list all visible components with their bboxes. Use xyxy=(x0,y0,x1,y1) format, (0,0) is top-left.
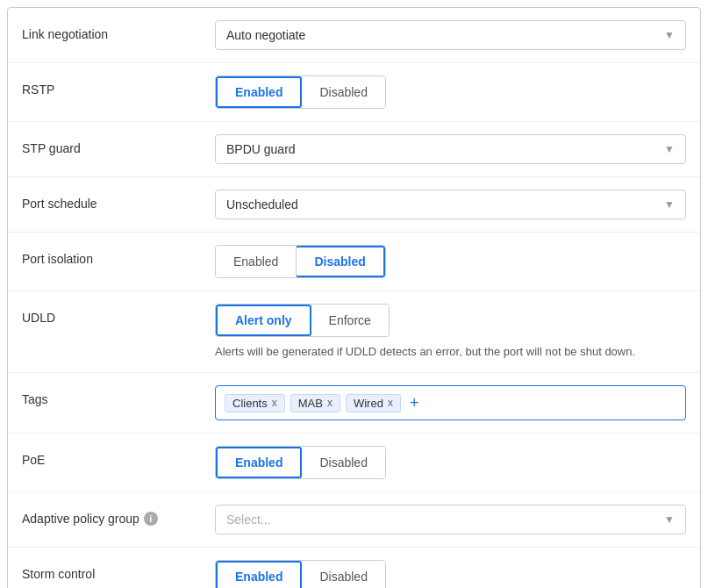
rstp-disabled-btn[interactable]: Disabled xyxy=(302,76,384,108)
udld-control: Alert only Enforce Alerts will be genera… xyxy=(215,304,686,360)
tag-clients-label: Clients xyxy=(232,397,268,410)
tag-add-btn[interactable]: + xyxy=(410,394,419,412)
poe-toggle-group: Enabled Disabled xyxy=(215,446,386,479)
dropdown-arrow-icon: ▼ xyxy=(664,143,675,155)
udld-toggle-group: Alert only Enforce xyxy=(215,304,390,337)
stp-guard-control: BPDU guard ▼ xyxy=(215,134,686,164)
stp-guard-label: STP guard xyxy=(22,134,215,155)
port-isolation-control: Enabled Disabled xyxy=(215,245,686,278)
tag-mab: MAB x xyxy=(290,394,340,412)
udld-alert-only-btn[interactable]: Alert only xyxy=(216,305,311,336)
tags-label: Tags xyxy=(22,385,215,406)
rstp-label: RSTP xyxy=(22,75,215,97)
settings-form: Link negotiation Auto negotiate ▼ RSTP E… xyxy=(7,7,701,588)
link-negotiation-dropdown[interactable]: Auto negotiate ▼ xyxy=(215,20,686,50)
adaptive-policy-info-icon[interactable]: i xyxy=(144,512,158,526)
udld-help-text: Alerts will be generated if UDLD detects… xyxy=(215,344,686,360)
udld-enforce-btn[interactable]: Enforce xyxy=(311,305,389,336)
stp-guard-value: BPDU guard xyxy=(226,142,296,156)
link-negotiation-value: Auto negotiate xyxy=(226,28,305,42)
adaptive-policy-dropdown[interactable]: Select... ▼ xyxy=(215,505,686,534)
rstp-control: Enabled Disabled xyxy=(215,75,686,109)
port-schedule-row: Port schedule Unscheduled ▼ xyxy=(8,177,700,233)
stp-guard-row: STP guard BPDU guard ▼ xyxy=(8,122,700,177)
link-negotiation-label: Link negotiation xyxy=(22,20,215,41)
tag-wired-remove[interactable]: x xyxy=(388,397,393,409)
adaptive-policy-label-text: Adaptive policy group xyxy=(22,512,139,526)
dropdown-arrow-icon: ▼ xyxy=(664,513,675,526)
tag-mab-label: MAB xyxy=(298,397,323,410)
udld-row: UDLD Alert only Enforce Alerts will be g… xyxy=(8,291,700,373)
rstp-toggle-group: Enabled Disabled xyxy=(215,75,386,109)
dropdown-arrow-icon: ▼ xyxy=(664,29,675,41)
port-isolation-row: Port isolation Enabled Disabled xyxy=(8,233,700,291)
udld-label: UDLD xyxy=(22,304,215,325)
poe-disabled-btn[interactable]: Disabled xyxy=(302,447,384,478)
tags-row: Tags Clients x MAB x Wired x + xyxy=(8,373,700,434)
stp-guard-dropdown[interactable]: BPDU guard ▼ xyxy=(215,134,686,164)
rstp-row: RSTP Enabled Disabled xyxy=(8,63,700,122)
poe-label: PoE xyxy=(22,446,215,467)
tag-wired-label: Wired xyxy=(354,397,383,410)
poe-enabled-btn[interactable]: Enabled xyxy=(216,447,302,478)
port-isolation-toggle-group: Enabled Disabled xyxy=(215,245,386,278)
tag-clients-remove[interactable]: x xyxy=(272,397,277,409)
storm-control-control: Enabled Disabled xyxy=(215,560,686,588)
port-schedule-label: Port schedule xyxy=(22,190,215,211)
link-negotiation-control: Auto negotiate ▼ xyxy=(215,20,686,50)
storm-control-toggle-group: Enabled Disabled xyxy=(215,560,386,588)
link-negotiation-row: Link negotiation Auto negotiate ▼ xyxy=(8,8,700,63)
rstp-enabled-btn[interactable]: Enabled xyxy=(216,76,302,108)
storm-control-disabled-btn[interactable]: Disabled xyxy=(302,561,384,588)
poe-row: PoE Enabled Disabled xyxy=(8,434,700,492)
tags-input-container[interactable]: Clients x MAB x Wired x + xyxy=(215,385,686,420)
tag-mab-remove[interactable]: x xyxy=(327,397,333,409)
storm-control-enabled-btn[interactable]: Enabled xyxy=(216,561,302,588)
port-isolation-disabled-btn[interactable]: Disabled xyxy=(296,246,384,277)
tags-control: Clients x MAB x Wired x + xyxy=(215,385,686,420)
adaptive-policy-control: Select... ▼ xyxy=(215,505,686,534)
dropdown-arrow-icon: ▼ xyxy=(664,198,675,211)
adaptive-policy-placeholder: Select... xyxy=(226,513,271,527)
storm-control-label: Storm control xyxy=(22,560,215,581)
port-schedule-value: Unscheduled xyxy=(226,197,298,212)
port-schedule-dropdown[interactable]: Unscheduled ▼ xyxy=(215,190,686,219)
port-schedule-control: Unscheduled ▼ xyxy=(215,190,686,219)
port-isolation-enabled-btn[interactable]: Enabled xyxy=(216,246,296,277)
storm-control-row: Storm control Enabled Disabled xyxy=(8,548,700,588)
poe-control: Enabled Disabled xyxy=(215,446,686,479)
port-isolation-label: Port isolation xyxy=(22,245,215,266)
tag-wired: Wired x xyxy=(346,394,401,412)
adaptive-policy-label: Adaptive policy group i xyxy=(22,505,215,526)
adaptive-policy-row: Adaptive policy group i Select... ▼ xyxy=(8,492,700,548)
tag-clients: Clients x xyxy=(225,394,285,412)
